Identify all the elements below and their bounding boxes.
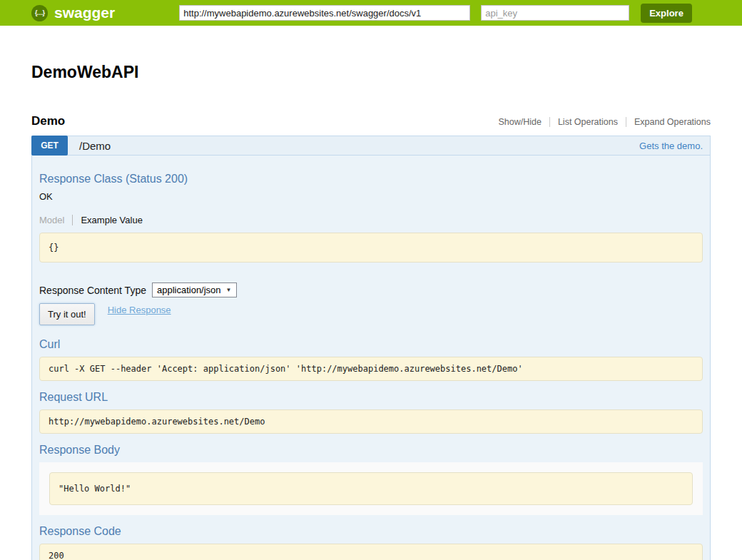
response-class-description: OK bbox=[39, 191, 703, 202]
response-content-type-select[interactable]: application/json ▼ bbox=[152, 282, 237, 297]
request-url-snippet: http://mywebapidemo.azurewebsites.net/De… bbox=[39, 409, 703, 434]
response-body-container: "Hello World!" bbox=[39, 462, 703, 515]
operation-block: GET /Demo Gets the demo. Response Class … bbox=[31, 136, 711, 560]
api-key-input[interactable] bbox=[481, 5, 629, 21]
brand-name: swagger bbox=[54, 4, 115, 21]
response-content-type-row: Response Content Type application/json ▼ bbox=[39, 282, 703, 297]
http-method-badge[interactable]: GET bbox=[31, 136, 68, 156]
hide-response-link[interactable]: Hide Response bbox=[108, 305, 171, 325]
curl-command-snippet: curl -X GET --header 'Accept: applicatio… bbox=[39, 357, 703, 381]
resource-header: Demo Show/Hide List Operations Expand Op… bbox=[31, 114, 711, 128]
api-url-input[interactable] bbox=[179, 5, 470, 21]
page-title: DemoWebAPI bbox=[31, 63, 711, 82]
operation-content-panel: Response Class (Status 200) OK Model Exa… bbox=[31, 156, 711, 560]
response-content-type-label: Response Content Type bbox=[39, 285, 146, 296]
show-hide-link[interactable]: Show/Hide bbox=[490, 117, 549, 127]
curl-heading: Curl bbox=[39, 338, 703, 351]
try-actions-row: Try it out! Hide Response bbox=[39, 303, 703, 325]
request-url-heading: Request URL bbox=[39, 391, 703, 404]
response-class-heading: Response Class (Status 200) bbox=[39, 173, 703, 185]
selected-content-type: application/json bbox=[157, 285, 221, 295]
model-tabs: Model Example Value bbox=[39, 215, 703, 225]
example-value-snippet: {} bbox=[39, 233, 703, 263]
explore-button[interactable]: Explore bbox=[641, 4, 692, 23]
resource-title: Demo bbox=[31, 114, 65, 128]
operation-heading-row[interactable]: GET /Demo Gets the demo. bbox=[31, 136, 711, 156]
swagger-braces-icon: {…} bbox=[31, 5, 48, 21]
resource-controls: Show/Hide List Operations Expand Operati… bbox=[490, 117, 711, 127]
top-navbar: {…} swagger Explore bbox=[0, 0, 742, 26]
tab-example-value[interactable]: Example Value bbox=[72, 215, 142, 225]
list-operations-link[interactable]: List Operations bbox=[549, 117, 626, 127]
swagger-logo[interactable]: {…} swagger bbox=[31, 4, 115, 21]
tab-model[interactable]: Model bbox=[39, 215, 72, 225]
response-body-heading: Response Body bbox=[39, 444, 703, 457]
main-content: DemoWebAPI Demo Show/Hide List Operation… bbox=[0, 63, 742, 560]
try-it-out-button[interactable]: Try it out! bbox=[39, 303, 95, 325]
response-code-snippet: 200 bbox=[39, 544, 703, 560]
expand-operations-link[interactable]: Expand Operations bbox=[626, 117, 711, 127]
operation-summary-link[interactable]: Gets the demo. bbox=[639, 141, 703, 151]
chevron-down-icon: ▼ bbox=[226, 287, 232, 293]
response-body-snippet: "Hello World!" bbox=[49, 472, 693, 505]
response-code-heading: Response Code bbox=[39, 525, 703, 538]
operation-path[interactable]: /Demo bbox=[79, 140, 111, 152]
